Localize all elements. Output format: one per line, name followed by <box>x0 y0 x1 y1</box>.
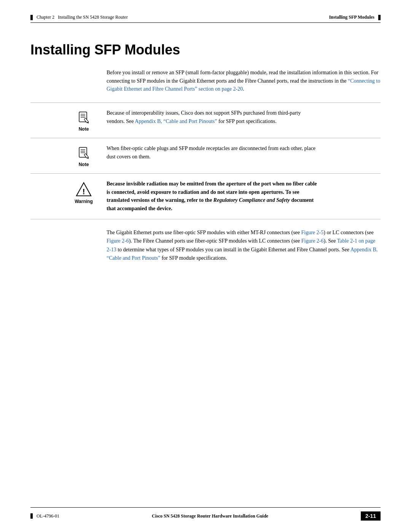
main-content: Installing SFP Modules Before you instal… <box>0 23 411 293</box>
body-paragraph: The Gigabit Ethernet ports use fiber-opt… <box>107 228 381 263</box>
warning-label: Warning <box>75 199 93 204</box>
note1-text-after: for SFP port specifications. <box>217 118 276 124</box>
body-text-3: ). The Fibre Channel ports use fiber-opt… <box>129 238 301 244</box>
footer-page-number: 2-11 <box>361 511 381 521</box>
intro-text-before-link: Before you install or remove an SFP (sma… <box>107 70 378 84</box>
body-link-figure2-6a[interactable]: Figure 2-6 <box>107 238 129 244</box>
warning-icon-area: ! Warning <box>61 180 107 204</box>
header-left: Chapter 2 Installing the SN 5428 Storage… <box>30 14 128 20</box>
footer-divider <box>30 507 381 508</box>
intro-paragraph: Before you install or remove an SFP (sma… <box>107 69 381 93</box>
svg-text:!: ! <box>83 187 85 196</box>
header-bar-right <box>378 15 381 20</box>
note-content-2: When fiber-optic cable plugs and SFP mod… <box>107 144 350 161</box>
note-block-1: Note Because of interoperability issues,… <box>30 102 381 138</box>
body-text-5: to determine what types of SFP modules y… <box>116 247 350 252</box>
warning-icon: ! <box>76 181 92 197</box>
header-section-title: Installing SFP Modules <box>329 14 374 20</box>
note-label-2: Note <box>79 162 89 167</box>
intro-text-after-link: . <box>243 86 244 92</box>
body-link-figure2-5[interactable]: Figure 2-5 <box>301 230 324 235</box>
header-right: Installing SFP Modules <box>329 14 381 20</box>
footer-part-number: OL-4796-01 <box>37 513 59 519</box>
note-icon-area-2: Note <box>61 144 107 167</box>
page: Chapter 2 Installing the SN 5428 Storage… <box>0 0 411 532</box>
note-block-2: Note When fiber-optic cable plugs and SF… <box>30 138 381 173</box>
note1-link[interactable]: Appendix B, “Cable and Port Pinouts” <box>135 118 217 124</box>
note-icon-area-1: Note <box>61 109 107 132</box>
header-chapter: Chapter 2 <box>37 14 54 20</box>
header-chapter-title: Installing the SN 5428 Storage Router <box>58 14 128 20</box>
note-label-1: Note <box>79 126 89 132</box>
page-header: Chapter 2 Installing the SN 5428 Storage… <box>0 0 411 20</box>
footer-content: OL-4796-01 Cisco SN 5428 Storage Router … <box>30 511 381 521</box>
footer-center-text: Cisco SN 5428 Storage Router Hardware In… <box>59 513 361 519</box>
warning-content: Because invisible radiation may be emitt… <box>107 180 350 213</box>
note-icon-1 <box>76 110 91 125</box>
body-text-2: ) or LC connectors (see <box>323 230 373 235</box>
footer-bar <box>30 513 33 519</box>
note-icon-2 <box>76 146 91 160</box>
note-content-1: Because of interoperability issues, Cisc… <box>107 109 350 125</box>
note2-text: When fiber-optic cable plugs and SFP mod… <box>107 145 315 160</box>
page-title: Installing SFP Modules <box>30 42 381 58</box>
page-footer: OL-4796-01 Cisco SN 5428 Storage Router … <box>0 507 411 532</box>
header-bar-left <box>30 15 33 20</box>
body-link-figure2-6b[interactable]: Figure 2-6 <box>301 238 324 244</box>
warning-block: ! Warning Because invisible radiation ma… <box>30 173 381 219</box>
warning-text-bold: Because invisible radiation may be emitt… <box>107 181 317 211</box>
body-text-6: for SFP module specifications. <box>160 255 227 261</box>
body-text-4: ). See <box>324 238 337 244</box>
footer-left: OL-4796-01 <box>30 513 59 519</box>
body-text-1: The Gigabit Ethernet ports use fiber-opt… <box>107 230 301 235</box>
